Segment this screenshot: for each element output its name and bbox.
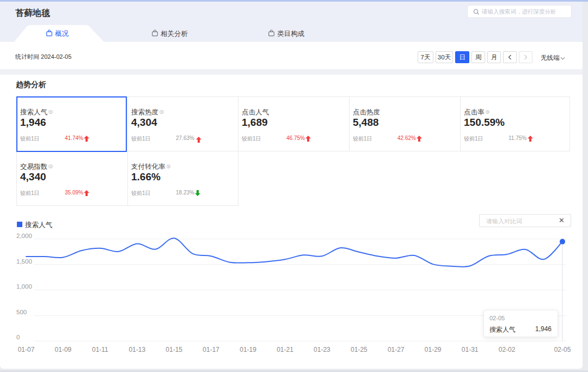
svg-text:01-13: 01-13 — [128, 346, 145, 353]
svg-text:01-23: 01-23 — [314, 346, 330, 353]
svg-text:1,000: 1,000 — [16, 283, 32, 290]
svg-text:01-07: 01-07 — [18, 346, 35, 353]
svg-text:01-11: 01-11 — [92, 346, 108, 353]
svg-text:2,000: 2,000 — [16, 233, 32, 239]
svg-text:01-25: 01-25 — [351, 346, 367, 353]
svg-text:500: 500 — [16, 309, 27, 315]
svg-text:02-05: 02-05 — [554, 346, 571, 353]
svg-text:01-15: 01-15 — [166, 346, 182, 353]
svg-text:01-27: 01-27 — [388, 346, 405, 353]
svg-text:01-29: 01-29 — [425, 346, 442, 353]
svg-text:1,500: 1,500 — [16, 258, 32, 265]
svg-text:01-19: 01-19 — [240, 346, 256, 353]
svg-text:01-21: 01-21 — [277, 346, 293, 353]
svg-text:01-17: 01-17 — [203, 346, 219, 353]
svg-text:0: 0 — [16, 334, 20, 340]
svg-text:01-09: 01-09 — [55, 346, 72, 353]
svg-text:02-02: 02-02 — [499, 346, 516, 353]
svg-text:01-31: 01-31 — [462, 346, 479, 353]
